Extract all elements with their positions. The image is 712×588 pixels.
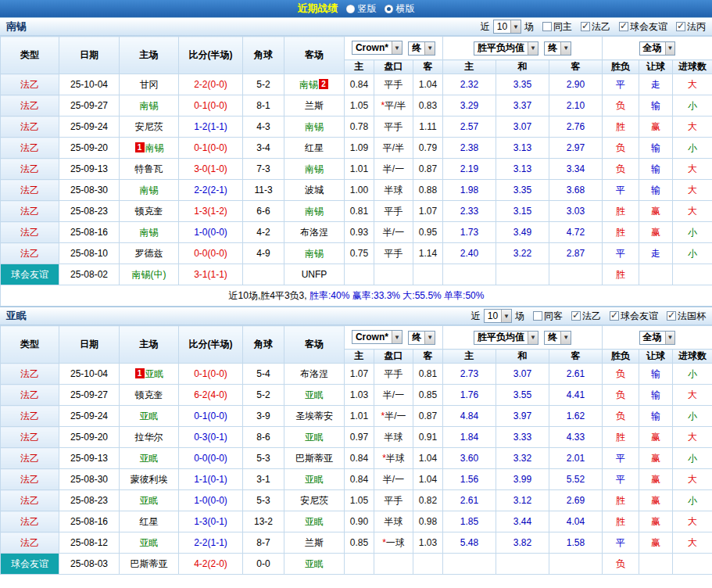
handicap-result-cell: 走 (639, 243, 673, 264)
ah-away-odds: 0.85 (413, 385, 443, 406)
same-venue-filter[interactable]: 同主 (542, 20, 572, 34)
match-row: 法乙25-08-30蒙彼利埃1-1(0-1)3-1亚眠0.84半/一1.041.… (1, 469, 712, 490)
eu-draw-odds: 3.13 (496, 159, 549, 180)
eu-home-odds: 3.60 (443, 448, 496, 469)
home-team: 顿克奎 (120, 201, 179, 222)
scope-select[interactable]: 全场▼ (639, 331, 676, 345)
col-away: 客场 (284, 37, 345, 74)
layout-horizontal-option[interactable]: 横版 (385, 2, 415, 16)
home-team: 顿克奎 (120, 385, 179, 406)
league-label: 球会友谊 (630, 20, 667, 34)
summary-part: 单率:50% (444, 290, 484, 301)
ah-home-odds: 0.85 (345, 532, 374, 554)
final-odds-select[interactable]: 终▼ (408, 41, 435, 56)
away-team: 亚眠 (284, 385, 345, 406)
filter-bar: 近 10▼ 场 同主 法乙 球会友谊 法丙 (481, 20, 706, 34)
ah-home-odds: 1.01 (345, 406, 374, 427)
league-filter-2[interactable]: 球会友谊 (610, 310, 658, 323)
result-cell: 平 (603, 243, 639, 264)
match-row: 法乙25-08-23顿克奎1-3(1-2)6-6南锡0.81平手1.072.33… (1, 201, 712, 222)
match-date: 25-08-03 (59, 554, 120, 575)
eu-home-odds: 3.29 (443, 95, 496, 117)
chevron-down-icon: ▼ (501, 310, 511, 322)
team-section-header-nancy: 南锡 近 10▼ 场 同主 法乙 球会友谊 法丙 (0, 17, 712, 36)
match-score: 4-2(2-0) (179, 554, 243, 575)
match-type: 法乙 (1, 385, 59, 406)
league-checkbox[interactable] (571, 311, 581, 321)
eu-home-odds: 1.84 (443, 427, 496, 448)
league-filter-1[interactable]: 法乙 (581, 20, 610, 34)
league-checkbox[interactable] (581, 22, 590, 31)
handicap-result-cell: 输 (639, 364, 673, 385)
layout-vertical-option[interactable]: 竖版 (346, 2, 377, 16)
away-team: 红星 (284, 138, 345, 159)
team-label: 红星 (140, 516, 159, 527)
goals-result-cell: 大 (673, 532, 712, 554)
summary-row: 近10场,胜4平3负3, 胜率:40% 赢率:33.3% 大:55.5% 单率:… (1, 285, 712, 307)
chevron-down-icon: ▼ (392, 41, 402, 54)
home-team: 南锡(中) (120, 264, 179, 285)
ah-away-odds: 1.03 (413, 532, 443, 554)
eu-home-odds: 1.73 (443, 222, 496, 243)
eu-home-odds (443, 554, 496, 575)
eu-home-odds: 5.48 (443, 532, 496, 554)
team-label: 亚眠 (145, 368, 164, 379)
team-label: 亚眠 (305, 474, 324, 485)
same-venue-checkbox[interactable] (542, 22, 552, 31)
handicap-result-cell: 走 (639, 74, 673, 95)
same-venue-checkbox[interactable] (533, 311, 542, 321)
match-score: 3-0(1-0) (179, 159, 243, 180)
ah-home-odds: 0.90 (345, 511, 374, 532)
wdl-avg-select[interactable]: 胜平负均值▼ (474, 41, 538, 56)
col-away: 客场 (284, 326, 345, 364)
col-ah-home: 主 (345, 60, 374, 74)
same-venue-filter[interactable]: 同客 (533, 310, 563, 323)
team-name: 亚眠 (6, 309, 27, 323)
recent-suffix-label: 场 (524, 20, 534, 34)
league-checkbox[interactable] (676, 22, 685, 31)
chevron-down-icon: ▼ (528, 42, 538, 55)
team-label: 布洛涅 (300, 368, 328, 379)
away-team: 布洛涅 (284, 222, 345, 243)
goals-result-cell: 小 (673, 490, 712, 511)
away-team: 波城 (284, 180, 345, 201)
eu-draw-odds: 3.35 (496, 74, 549, 95)
ah-home-odds: 0.84 (345, 448, 374, 469)
match-row: 球会友谊25-08-02南锡(中)3-1(1-1)UNFP胜 (1, 264, 712, 285)
ah-away-odds: 0.95 (413, 222, 443, 243)
recent-count-select[interactable]: 10▼ (484, 309, 512, 323)
col-ah-away: 客 (413, 350, 443, 364)
match-type: 法乙 (1, 469, 59, 490)
eu-draw-odds: 3.44 (496, 511, 549, 532)
result-cell: 胜 (603, 490, 639, 511)
league-checkbox[interactable] (619, 22, 628, 31)
league-checkbox[interactable] (610, 311, 619, 321)
col-type: 类型 (1, 37, 59, 74)
radio-horizontal-icon[interactable] (385, 5, 393, 13)
league-filter-1[interactable]: 法乙 (571, 310, 601, 323)
handicap-controls: Crown*▼ 终▼ (345, 326, 443, 350)
chevron-down-icon: ▼ (424, 332, 435, 344)
eu-home-odds (443, 264, 496, 285)
final-odds-select[interactable]: 终▼ (408, 331, 435, 345)
recent-count-select[interactable]: 10▼ (493, 20, 521, 34)
goals-result-cell: 大 (673, 469, 712, 490)
result-cell: 平 (603, 448, 639, 469)
wdl-avg-select[interactable]: 胜平负均值▼ (474, 331, 538, 345)
radio-vertical-icon[interactable] (346, 5, 355, 13)
league-checkbox[interactable] (667, 311, 676, 321)
results-table-amiens: 类型 日期 主场 比分(半场) 角球 客场 Crown*▼ 终▼ 胜平负均值▼ … (0, 325, 712, 575)
league-filter-3[interactable]: 法丙 (676, 20, 706, 34)
summary-part: 近10场,胜4平3负3, (229, 290, 309, 301)
result-cell: 胜 (603, 427, 639, 448)
goals-result-cell: 小 (673, 138, 712, 159)
bookmaker-select[interactable]: Crown*▼ (352, 41, 403, 55)
final-odds-select-2[interactable]: 终▼ (544, 331, 571, 345)
match-type: 法乙 (1, 406, 59, 427)
bookmaker-select[interactable]: Crown*▼ (352, 330, 403, 344)
ah-handicap: 半球 (374, 427, 413, 448)
league-filter-2[interactable]: 球会友谊 (619, 20, 667, 34)
scope-select[interactable]: 全场▼ (639, 41, 676, 56)
league-filter-3[interactable]: 法国杯 (667, 310, 706, 323)
final-odds-select-2[interactable]: 终▼ (544, 41, 571, 56)
